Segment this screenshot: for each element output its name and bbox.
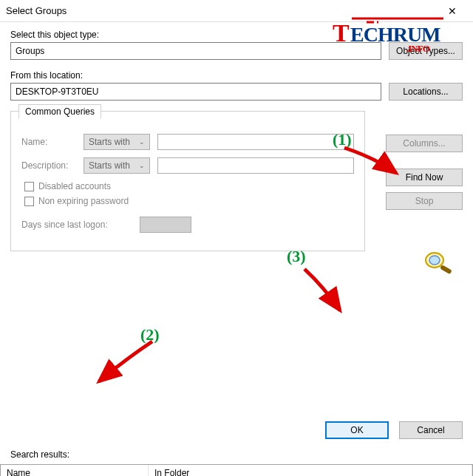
search-icon [423,250,455,277]
checkbox-icon [24,182,34,191]
non-expiring-password-checkbox[interactable]: Non expiring password [24,196,354,206]
dialog-action-row: OK Cancel [0,415,473,446]
annotation-1: (1) [333,130,352,149]
column-header-name[interactable]: Name [1,465,149,476]
annotation-arrow-3 [294,265,361,324]
checkbox-icon [24,197,34,206]
annotation-arrow-2 [89,337,170,396]
annotation-2: (2) [140,325,160,344]
description-filter-label: Description: [21,160,76,171]
svg-point-1 [429,256,440,265]
disabled-accounts-checkbox[interactable]: Disabled accounts [24,181,354,191]
cancel-button[interactable]: Cancel [399,421,463,439]
common-queries-legend: Common Queries [18,104,101,119]
chevron-down-icon: ⌄ [139,162,145,169]
svg-rect-2 [440,265,452,274]
object-type-field[interactable]: Groups [10,42,381,60]
description-filter-input[interactable] [157,157,354,174]
location-field[interactable]: DESKTOP-9T3T0EU [10,83,381,101]
find-now-button[interactable]: Find Now [386,169,463,186]
columns-button[interactable]: Columns... [386,135,463,152]
ok-button[interactable]: OK [325,421,389,439]
description-mode-combo[interactable]: Starts with ⌄ [84,157,150,174]
name-filter-label: Name: [21,137,76,147]
days-since-logon-combo[interactable] [140,217,191,233]
search-results-label: Search results: [0,446,473,464]
techrum-logo: T ECHRUM .INFO [333,16,458,53]
common-queries-group: Common Queries Name: Starts with ⌄ Descr… [10,111,365,251]
days-since-logon-label: Days since last logon: [21,220,132,230]
chevron-down-icon: ⌄ [139,138,145,146]
svg-text:T: T [333,19,350,47]
window-title: Select Groups [6,5,438,16]
svg-text:.INFO: .INFO [406,43,430,53]
results-header: Name In Folder [1,465,472,476]
location-label: From this location: [10,70,463,81]
side-button-column: Columns... Find Now Stop [386,135,463,210]
stop-button[interactable]: Stop [386,192,463,210]
annotation-3: (3) [287,247,306,266]
name-mode-combo[interactable]: Starts with ⌄ [84,134,150,150]
column-header-folder[interactable]: In Folder [149,465,472,476]
locations-button[interactable]: Locations... [389,83,463,101]
name-filter-input[interactable] [157,134,354,150]
search-results-list[interactable]: Name In Folder Access Control Assista...… [0,464,473,476]
